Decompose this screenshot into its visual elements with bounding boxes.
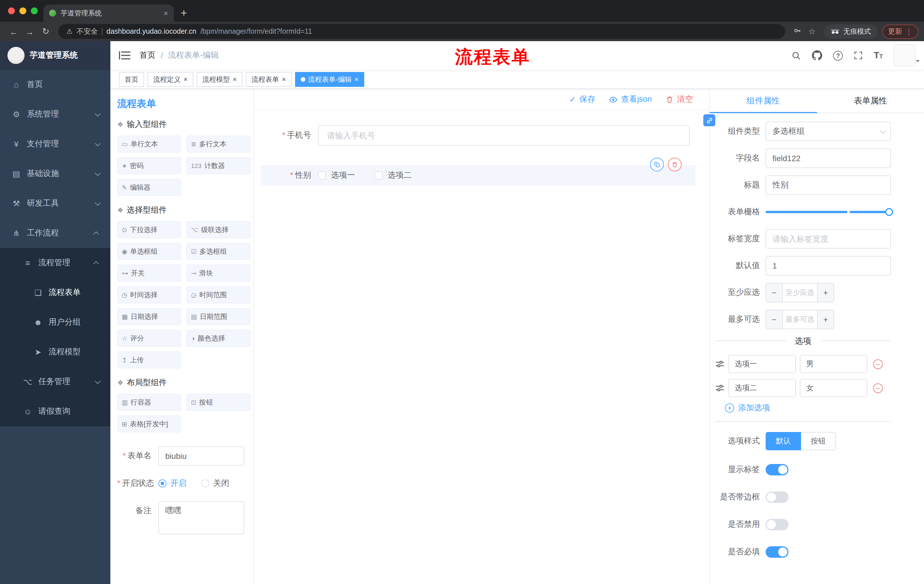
remove-option-icon[interactable]: − xyxy=(873,359,883,369)
component-chip[interactable]: ⊞ 表格[开发中] xyxy=(117,415,181,433)
option-value-input[interactable] xyxy=(800,379,867,397)
delete-field-button[interactable] xyxy=(668,158,681,171)
component-chip[interactable]: ▭ 单行文本 xyxy=(117,135,181,153)
component-chip[interactable]: ☑ 多选框组 xyxy=(186,243,251,260)
view-json-button[interactable]: 查看json xyxy=(609,94,652,105)
component-chip[interactable]: ▦ 日期选择 xyxy=(117,308,181,325)
component-chip[interactable]: ∗ 密码 xyxy=(117,157,181,174)
status-radio-off[interactable]: 关闭 xyxy=(201,478,229,489)
checkbox-icon[interactable] xyxy=(318,171,326,179)
form-remark-textarea[interactable]: 嘿嘿 xyxy=(158,501,244,534)
window-close-button[interactable] xyxy=(8,7,15,14)
label-width-input[interactable] xyxy=(766,229,891,248)
gender-option-2[interactable]: 选项二 xyxy=(375,170,412,181)
new-tab-button[interactable]: + xyxy=(181,7,187,18)
slider-handle[interactable] xyxy=(885,208,893,216)
style-button-button[interactable]: 按钮 xyxy=(801,432,836,450)
component-type-select[interactable]: 多选框组 xyxy=(766,122,891,141)
tag-close-icon[interactable]: × xyxy=(355,75,358,83)
sidebar-item[interactable]: ¥ 支付管理 xyxy=(0,129,111,159)
reload-button[interactable]: ↻ xyxy=(38,26,54,36)
component-chip[interactable]: ⊶ 开关 xyxy=(117,265,181,282)
sidebar-item[interactable]: ▤ 基础设施 xyxy=(0,159,111,189)
window-minimize-button[interactable] xyxy=(20,7,26,14)
add-option-button[interactable]: + 添加选项 xyxy=(725,403,891,413)
tag-view[interactable]: 首页 xyxy=(119,72,144,87)
update-button[interactable]: 更新 ⋮ xyxy=(882,24,918,39)
sidebar-logo-row[interactable]: 芋道管理系统 xyxy=(0,41,111,70)
min-select-input[interactable] xyxy=(783,283,817,302)
tag-view[interactable]: 流程定义 × xyxy=(147,72,193,87)
address-bar[interactable]: ⚠ 不安全 dashboard.yudao.iocoder.cn/bpm/man… xyxy=(58,24,785,39)
sidebar-item[interactable]: ❏ 流程表单 xyxy=(0,278,111,308)
tab-component-props[interactable]: 组件属性 xyxy=(710,89,817,113)
save-button[interactable]: ✓ 保存 xyxy=(569,94,595,105)
search-icon[interactable] xyxy=(791,51,801,60)
minus-button[interactable]: − xyxy=(766,310,783,329)
sidebar-item[interactable]: ⋔ 工作流程 xyxy=(0,218,111,248)
tag-view[interactable]: 流程表单 × xyxy=(246,72,292,87)
component-chip[interactable]: ◷ 时间选择 xyxy=(117,286,181,303)
copy-field-button[interactable] xyxy=(650,158,664,171)
help-icon[interactable]: ? xyxy=(833,51,843,60)
component-chip[interactable]: ▥ 行容器 xyxy=(117,394,181,411)
gender-option-1[interactable]: 选项一 xyxy=(318,170,355,181)
tag-close-icon[interactable]: × xyxy=(183,75,188,83)
tag-view[interactable]: 流程模型 × xyxy=(197,72,243,87)
component-chip[interactable]: ⊙ 下拉选择 xyxy=(117,221,181,238)
tag-close-icon[interactable]: × xyxy=(233,75,237,83)
title-input[interactable] xyxy=(766,175,891,195)
clear-button[interactable]: 清空 xyxy=(665,94,693,105)
drag-handle-icon[interactable] xyxy=(715,359,724,368)
back-button[interactable]: ← xyxy=(6,26,22,36)
sidebar-item[interactable]: ☻ 用户分组 xyxy=(0,308,111,337)
component-chip[interactable]: ◑ 颜色选择 xyxy=(186,330,251,347)
max-select-input[interactable] xyxy=(783,310,817,329)
field-name-input[interactable] xyxy=(766,148,891,168)
tag-close-icon[interactable]: × xyxy=(282,75,286,83)
forward-button[interactable]: → xyxy=(22,26,38,36)
component-chip[interactable]: ◉ 单选框组 xyxy=(117,243,181,260)
sidebar-item[interactable]: ⌂ 首页 xyxy=(0,70,111,99)
breadcrumb-home[interactable]: 首页 xyxy=(140,50,155,61)
sidebar-item[interactable]: ☺ 请假查询 xyxy=(0,396,111,426)
component-chip[interactable]: ⊡ 按钮 xyxy=(186,394,251,411)
toggle-switch[interactable] xyxy=(766,518,789,530)
font-size-icon[interactable]: TT xyxy=(874,50,883,61)
toggle-switch[interactable] xyxy=(766,491,789,503)
component-chip[interactable]: ◶ 时间范围 xyxy=(186,286,251,303)
tab-close-icon[interactable]: × xyxy=(163,8,168,18)
checkbox-icon[interactable] xyxy=(375,171,383,179)
component-chip[interactable]: ✎ 编辑器 xyxy=(117,179,181,196)
default-value-input[interactable] xyxy=(766,256,891,275)
browser-tab[interactable]: 芋道管理系统 × xyxy=(43,5,174,22)
field-phone[interactable]: *手机号 xyxy=(261,125,695,146)
sidebar-item[interactable]: ⌥ 任务管理 xyxy=(0,367,111,396)
grid-slider[interactable] xyxy=(766,202,891,222)
style-default-button[interactable]: 默认 xyxy=(766,432,801,450)
plus-button[interactable]: + xyxy=(817,283,834,302)
hamburger-icon[interactable] xyxy=(119,51,130,60)
password-key-icon[interactable] xyxy=(790,26,805,36)
option-label-input[interactable] xyxy=(728,379,796,397)
component-chip[interactable]: ↥ 上传 xyxy=(117,351,181,368)
sidebar-item[interactable]: ⚒ 研发工具 xyxy=(0,189,111,218)
component-chip[interactable]: ▤ 日期范围 xyxy=(186,308,251,325)
option-label-input[interactable] xyxy=(728,355,796,373)
minus-button[interactable]: − xyxy=(766,283,783,302)
component-chip[interactable]: ≣ 多行文本 xyxy=(186,135,251,153)
component-chip[interactable]: ⊸ 滑块 xyxy=(186,265,251,282)
sidebar-item[interactable]: ➤ 流程模型 xyxy=(0,337,111,367)
drag-handle-icon[interactable] xyxy=(715,383,724,393)
remove-option-icon[interactable]: − xyxy=(873,383,883,393)
tag-view[interactable]: 流程表单-编辑 × xyxy=(295,72,364,87)
tab-form-props[interactable]: 表单属性 xyxy=(817,89,924,113)
component-chip[interactable]: ⌥ 级联选择 xyxy=(186,221,251,238)
github-icon[interactable] xyxy=(812,50,822,61)
bookmark-star-icon[interactable]: ☆ xyxy=(805,27,819,36)
toggle-switch[interactable] xyxy=(766,464,789,475)
status-radio-on[interactable]: 开启 xyxy=(158,478,186,489)
browser-menu-icon[interactable]: ⋮ xyxy=(905,27,912,36)
link-icon[interactable] xyxy=(703,114,715,126)
plus-button[interactable]: + xyxy=(817,310,834,329)
